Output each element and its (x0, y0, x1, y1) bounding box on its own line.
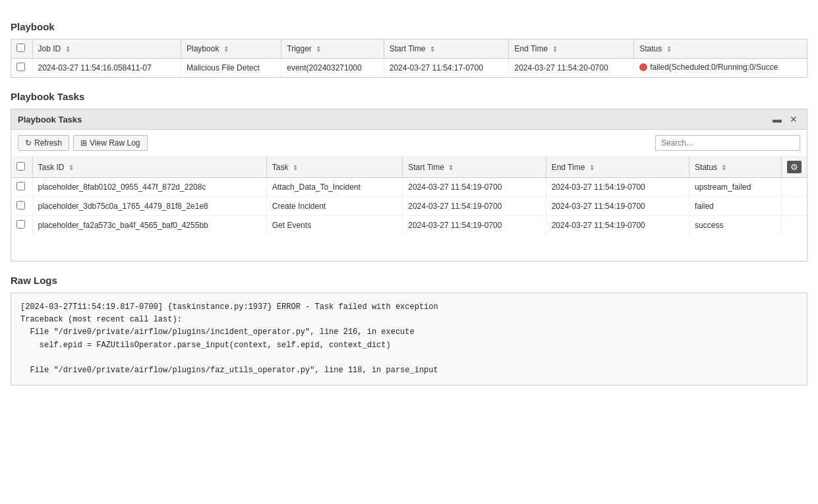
task-action (782, 178, 807, 197)
sort-icon[interactable]: ⇕ (552, 45, 558, 53)
task-name: Create Incident (266, 197, 402, 216)
task-status: failed (689, 197, 782, 216)
status-failed-icon (639, 63, 647, 71)
task-id: placeholder_8fab0102_0955_447f_872d_2208… (32, 178, 266, 197)
tasks-col-task-id: Task ID ⇕ (32, 157, 266, 178)
task-id: placeholder_fa2a573c_ba4f_4565_baf0_4255… (32, 216, 266, 235)
minimize-button[interactable]: ▬ (770, 113, 784, 125)
tasks-empty-space (11, 235, 807, 261)
task-row-checkbox[interactable] (16, 220, 25, 229)
task-end-time: 2024-03-27 11:54:19-0700 (546, 178, 689, 197)
playbook-table-container: Job ID ⇕ Playbook ⇕ Trigger ⇕ Start Time… (11, 39, 807, 78)
task-end-time: 2024-03-27 11:54:19-0700 (546, 216, 689, 235)
playbook-select-all-checkbox[interactable] (16, 43, 25, 52)
playbook-col-status: Status ⇕ (634, 40, 807, 59)
task-start-time: 2024-03-27 11:54:19-0700 (403, 216, 546, 235)
sort-icon[interactable]: ⇕ (69, 164, 74, 171)
tasks-col-gear: ⚙ (782, 157, 807, 178)
playbook-col-trigger: Trigger ⇕ (281, 40, 384, 59)
sort-icon[interactable]: ⇕ (721, 164, 726, 171)
task-status: success (689, 216, 782, 235)
search-input[interactable] (655, 135, 800, 151)
sort-icon[interactable]: ⇕ (430, 45, 435, 53)
sort-icon[interactable]: ⇕ (666, 45, 672, 53)
tasks-panel-title: Playbook Tasks (18, 115, 82, 125)
tasks-table-wrap: Task ID ⇕ Task ⇕ Start Time ⇕ End Time ⇕ (11, 157, 807, 235)
playbook-col-end-time: End Time ⇕ (509, 40, 634, 59)
task-start-time: 2024-03-27 11:54:19-0700 (403, 197, 546, 216)
sort-icon[interactable]: ⇕ (316, 45, 321, 53)
view-raw-log-button[interactable]: ⊞ View Raw Log (73, 135, 148, 151)
tasks-toolbar: ↻ Refresh ⊞ View Raw Log (11, 130, 807, 157)
close-button[interactable]: ✕ (787, 113, 800, 125)
playbook-playbook-name: Malicious File Detect (181, 59, 281, 78)
tasks-col-start-time: Start Time ⇕ (403, 157, 546, 178)
table-row: placeholder_8fab0102_0955_447f_872d_2208… (11, 178, 807, 197)
playbook-end-time: 2024-03-27 11:54:20-0700 (509, 59, 634, 78)
view-raw-log-icon: ⊞ (80, 138, 87, 148)
tasks-section-title: Playbook Tasks (11, 91, 807, 102)
task-row-checkbox[interactable] (16, 201, 25, 210)
playbook-row-checkbox[interactable] (16, 63, 25, 71)
playbook-col-playbook: Playbook ⇕ (181, 40, 281, 59)
tasks-panel-actions: ▬ ✕ (770, 113, 800, 125)
playbook-col-start-time: Start Time ⇕ (384, 40, 509, 59)
tasks-gear-button[interactable]: ⚙ (787, 161, 802, 173)
playbook-section-title: Playbook (11, 21, 807, 32)
sort-icon[interactable]: ⇕ (65, 45, 71, 53)
task-start-time: 2024-03-27 11:54:19-0700 (403, 178, 546, 197)
raw-logs-content: [2024-03-27T11:54:19.817-0700] {taskinst… (11, 293, 807, 385)
playbook-trigger: event(202403271000 (281, 59, 384, 78)
task-name: Attach_Data_To_Incident (266, 178, 402, 197)
task-action (782, 197, 807, 216)
tasks-col-task: Task ⇕ (266, 157, 402, 178)
sort-icon[interactable]: ⇕ (448, 164, 453, 171)
task-end-time: 2024-03-27 11:54:19-0700 (546, 197, 689, 216)
sort-icon[interactable]: ⇕ (293, 164, 298, 171)
table-row: placeholder_fa2a573c_ba4f_4565_baf0_4255… (11, 216, 807, 235)
tasks-select-all-checkbox[interactable] (16, 162, 25, 171)
task-id: placeholder_3db75c0a_1765_4479_81f8_2e1e… (32, 197, 266, 216)
task-action (782, 216, 807, 235)
refresh-button[interactable]: ↻ Refresh (18, 135, 69, 151)
table-row: 2024-03-27 11:54:16.058411-07 Malicious … (11, 59, 807, 78)
tasks-panel: Playbook Tasks ▬ ✕ ↻ Refresh ⊞ View Raw … (11, 109, 807, 262)
raw-logs-title: Raw Logs (11, 275, 807, 286)
task-status: upstream_failed (689, 178, 782, 197)
refresh-icon: ↻ (25, 138, 32, 148)
task-row-checkbox[interactable] (16, 182, 25, 190)
tasks-col-end-time: End Time ⇕ (546, 157, 689, 178)
tasks-panel-header: Playbook Tasks ▬ ✕ (11, 109, 807, 130)
playbook-job-id: 2024-03-27 11:54:16.058411-07 (32, 59, 181, 78)
table-row: placeholder_3db75c0a_1765_4479_81f8_2e1e… (11, 197, 807, 216)
task-name: Get Events (266, 216, 402, 235)
playbook-status: failed(Scheduled:0/Running:0/Succe (634, 59, 807, 78)
playbook-table: Job ID ⇕ Playbook ⇕ Trigger ⇕ Start Time… (11, 40, 807, 77)
playbook-start-time: 2024-03-27 11:54:17-0700 (384, 59, 509, 78)
playbook-col-job-id: Job ID ⇕ (32, 40, 181, 59)
tasks-col-status: Status ⇕ (689, 157, 782, 178)
sort-icon[interactable]: ⇕ (223, 45, 229, 53)
tasks-table: Task ID ⇕ Task ⇕ Start Time ⇕ End Time ⇕ (11, 157, 807, 235)
sort-icon[interactable]: ⇕ (589, 164, 595, 171)
